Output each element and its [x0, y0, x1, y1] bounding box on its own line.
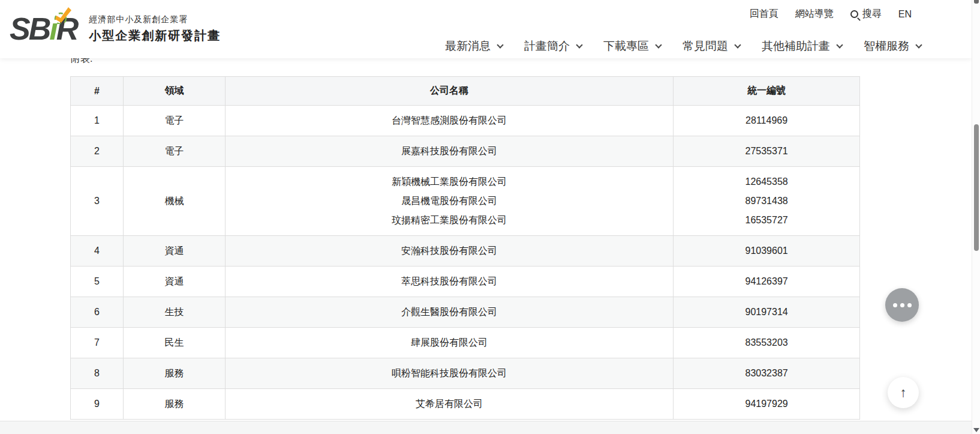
nav-label: 計畫簡介 — [524, 38, 570, 54]
field-cell: 服務 — [123, 358, 225, 389]
arrow-up-icon: ↑ — [900, 386, 907, 399]
program-name: 小型企業創新研發計畫 — [89, 28, 221, 44]
utility-search-label: 搜尋 — [862, 8, 882, 20]
unified-number-cell: 126453588973143816535727 — [674, 167, 860, 236]
sbir-logo[interactable]: SBıR 經濟部中小及新創企業署 小型企業創新研發計畫 — [10, 8, 221, 49]
row-index-cell: 8 — [71, 358, 124, 389]
table-row: 1電子台灣智慧感測股份有限公司28114969 — [71, 106, 860, 136]
company-name-cell: 介觀生醫股份有限公司 — [225, 297, 673, 328]
ellipsis-icon — [893, 303, 897, 307]
header-field: 領域 — [123, 77, 225, 106]
unified-number-cell: 94126397 — [674, 267, 860, 297]
nav-item-faq[interactable]: 常見問題 — [683, 38, 740, 54]
scrollbar[interactable] — [972, 0, 980, 434]
row-index-cell: 2 — [71, 136, 124, 167]
field-cell: 資通 — [123, 236, 225, 267]
nav-item-program-intro[interactable]: 計畫簡介 — [524, 38, 582, 54]
field-cell: 生技 — [123, 297, 225, 328]
row-index-cell: 4 — [71, 236, 124, 267]
company-name-cell: 新穎機械工業股份有限公司晟昌機電股份有限公司玟揚精密工業股份有限公司 — [225, 167, 673, 236]
nav-item-other-subsidies[interactable]: 其他補助計畫 — [762, 38, 842, 54]
utility-nav: 回首頁 網站導覽 搜尋 EN — [750, 8, 912, 20]
chevron-down-icon — [734, 41, 741, 48]
table-row: 5資通萃思科技股份有限公司94126397 — [71, 267, 860, 297]
unified-number-cell: 83553203 — [674, 328, 860, 358]
utility-link-home[interactable]: 回首頁 — [750, 8, 778, 20]
company-name-cell: 展嘉科技股份有限公司 — [225, 136, 673, 167]
footer-strip — [0, 421, 972, 434]
company-table: # 領域 公司名稱 統一編號 1電子台灣智慧感測股份有限公司281149692電… — [70, 76, 860, 420]
table-header-row: # 領域 公司名稱 統一編號 — [71, 77, 860, 106]
nav-label: 智權服務 — [864, 38, 909, 54]
row-index-cell: 5 — [71, 267, 124, 297]
logo-letters-sb: SB — [10, 11, 49, 46]
nav-label: 常見問題 — [683, 38, 728, 54]
row-index-cell: 9 — [71, 389, 124, 420]
nav-item-ip-services[interactable]: 智權服務 — [864, 38, 921, 54]
table-row: 3機械新穎機械工業股份有限公司晟昌機電股份有限公司玟揚精密工業股份有限公司126… — [71, 167, 860, 236]
utility-sitemap-label: 網站導覽 — [795, 8, 834, 20]
table-row: 4資通安瀚科技股份有限公司91039601 — [71, 236, 860, 267]
unified-number-cell: 90197314 — [674, 297, 860, 328]
field-cell: 服務 — [123, 389, 225, 420]
nav-item-news[interactable]: 最新消息 — [445, 38, 503, 54]
company-name-cell: 艾希居有限公司 — [225, 389, 673, 420]
scrollbar-top-nub — [974, 0, 979, 4]
company-name-cell: 萃思科技股份有限公司 — [225, 267, 673, 297]
field-cell: 機械 — [123, 167, 225, 236]
chevron-down-icon — [915, 41, 922, 48]
header-index: # — [71, 77, 124, 106]
utility-lang-label: EN — [898, 9, 912, 20]
page: 附表: SBıR 經濟部中小及新創企業署 小型企業創新研發計畫 回首頁 網站導覽… — [0, 0, 980, 434]
company-name-cell: 台灣智慧感測股份有限公司 — [225, 106, 673, 136]
table-row: 6生技介觀生醫股份有限公司90197314 — [71, 297, 860, 328]
row-index-cell: 7 — [71, 328, 124, 358]
scrollbar-thumb[interactable] — [974, 124, 979, 251]
nav-label: 其他補助計畫 — [762, 38, 830, 54]
field-cell: 電子 — [123, 136, 225, 167]
sbir-logo-mark: SBıR — [10, 8, 85, 49]
more-options-button[interactable] — [885, 288, 919, 322]
site-header: SBıR 經濟部中小及新創企業署 小型企業創新研發計畫 回首頁 網站導覽 搜尋 … — [0, 0, 972, 58]
company-name-cell: 唄粉智能科技股份有限公司 — [225, 358, 673, 389]
table-row: 8服務唄粉智能科技股份有限公司83032387 — [71, 358, 860, 389]
ellipsis-icon — [900, 303, 904, 307]
header-company-name: 公司名稱 — [225, 77, 673, 106]
chevron-down-icon — [655, 41, 662, 48]
back-to-top-button[interactable]: ↑ — [888, 377, 919, 408]
row-index-cell: 6 — [71, 297, 124, 328]
unified-number-cell: 28114969 — [674, 106, 860, 136]
nav-item-downloads[interactable]: 下載專區 — [603, 38, 661, 54]
utility-link-language[interactable]: EN — [898, 9, 912, 20]
company-table-body: 1電子台灣智慧感測股份有限公司281149692電子展嘉科技股份有限公司2753… — [71, 106, 860, 420]
field-cell: 電子 — [123, 106, 225, 136]
chevron-down-icon — [497, 41, 503, 48]
ellipsis-icon — [907, 303, 912, 307]
unified-number-cell: 83032387 — [674, 358, 860, 389]
field-cell: 資通 — [123, 267, 225, 297]
company-name-cell: 肆展股份有限公司 — [225, 328, 673, 358]
utility-link-search[interactable]: 搜尋 — [850, 8, 882, 20]
row-index-cell: 1 — [71, 106, 124, 136]
logo-bolt-icon — [53, 7, 73, 24]
table-row: 7民生肆展股份有限公司83553203 — [71, 328, 860, 358]
table-row: 9服務艾希居有限公司94197929 — [71, 389, 860, 420]
row-index-cell: 3 — [71, 167, 124, 236]
scroll-down-arrow-icon[interactable] — [973, 428, 979, 432]
search-icon — [850, 10, 858, 18]
nav-label: 下載專區 — [603, 38, 649, 54]
field-cell: 民生 — [123, 328, 225, 358]
company-name-cell: 安瀚科技股份有限公司 — [225, 236, 673, 267]
main-nav: 最新消息 計畫簡介 下載專區 常見問題 其他補助計畫 智權服務 — [445, 38, 921, 54]
utility-home-label: 回首頁 — [750, 8, 778, 20]
unified-number-cell: 91039601 — [674, 236, 860, 267]
table-row: 2電子展嘉科技股份有限公司27535371 — [71, 136, 860, 167]
nav-label: 最新消息 — [445, 38, 491, 54]
header-unified-number: 統一編號 — [674, 77, 860, 106]
unified-number-cell: 27535371 — [674, 136, 860, 167]
chevron-down-icon — [576, 41, 582, 48]
unified-number-cell: 94197929 — [674, 389, 860, 420]
chevron-down-icon — [836, 41, 843, 48]
utility-link-sitemap[interactable]: 網站導覽 — [795, 8, 834, 20]
agency-name: 經濟部中小及新創企業署 — [89, 14, 221, 25]
